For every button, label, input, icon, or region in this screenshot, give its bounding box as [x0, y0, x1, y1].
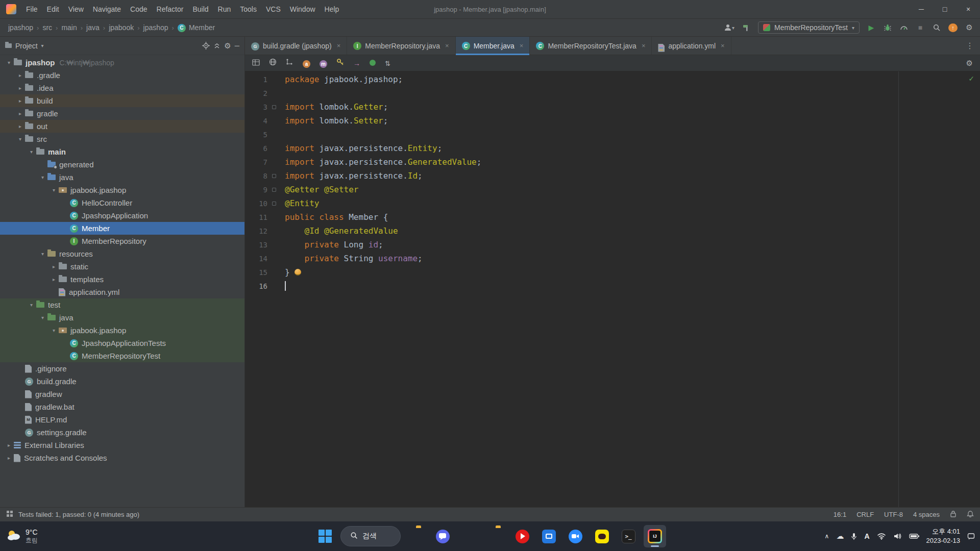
sort-icon[interactable]: ⇅ [385, 59, 390, 68]
tree-item-gradlew-bat[interactable]: gradlew.bat [0, 400, 244, 413]
collapse-all-icon[interactable] [213, 42, 220, 49]
tree-item-jpashopapplicationtests[interactable]: CJpashopApplicationTests [0, 337, 244, 349]
gutter[interactable]: 14 [245, 255, 285, 263]
tree-item-memberrepository[interactable]: IMemberRepository [0, 235, 244, 247]
menu-run[interactable]: Run [213, 3, 236, 15]
tree-item-member[interactable]: CMember [0, 222, 244, 235]
tab-application-yml[interactable]: application.yml× [652, 37, 731, 55]
tree-item-generated[interactable]: generated [0, 158, 244, 171]
tree-expand-arrow-icon[interactable]: ▸ [15, 85, 25, 91]
code-line-7[interactable]: 7import javax.persistence.GeneratedValue… [245, 155, 980, 169]
tree-expand-arrow-icon[interactable]: ▸ [15, 98, 25, 104]
tree-item-memberrepositorytest[interactable]: CMemberRepositoryTest [0, 349, 244, 362]
tree-expand-arrow-icon[interactable]: ▸ [49, 264, 59, 269]
fold-marker-icon[interactable] [272, 202, 276, 206]
menu-file[interactable]: File [21, 3, 42, 15]
breadcrumb-item-member[interactable]: CMember [176, 22, 217, 33]
debug-button[interactable] [883, 23, 892, 32]
gutter[interactable]: 8 [245, 172, 285, 180]
battery-icon[interactable] [909, 533, 919, 539]
gutter[interactable]: 16 [245, 282, 285, 290]
code-line-4[interactable]: 4import lombok.Setter; [245, 114, 980, 128]
stop-button[interactable]: ■ [916, 23, 925, 32]
gutter[interactable]: 7 [245, 158, 285, 166]
onedrive-icon[interactable]: ☁ [836, 532, 844, 541]
tree-item-hellocontroller[interactable]: CHelloController [0, 196, 244, 209]
tab-close-icon[interactable]: × [337, 42, 341, 49]
taskbar-app-explorer[interactable] [405, 525, 427, 547]
weather-widget[interactable]: 9°C 흐림 [6, 528, 38, 545]
code-line-1[interactable]: 1package jpabook.jpashop; [245, 72, 980, 86]
tree-collapse-arrow-icon[interactable]: ▾ [27, 149, 36, 155]
code-line-14[interactable]: 14 private String username; [245, 252, 980, 265]
taskbar-search[interactable]: 검색 [340, 526, 401, 546]
code-with-me-user-icon[interactable]: ▾ [724, 23, 734, 32]
tree-collapse-arrow-icon[interactable]: ▾ [38, 174, 47, 180]
gutter[interactable]: 15 [245, 268, 285, 277]
tree-collapse-arrow-icon[interactable]: ▾ [49, 328, 59, 333]
inspection-ok-icon[interactable]: ✓ [969, 73, 974, 83]
code-editor[interactable]: ✓ 1package jpabook.jpashop;23import lomb… [245, 71, 980, 507]
tree-item-jpabook-jpashop[interactable]: ▾jpabook.jpashop [0, 324, 244, 337]
tree-item-application-yml[interactable]: application.yml [0, 286, 244, 298]
gutter[interactable]: 13 [245, 241, 285, 249]
search-everywhere-icon[interactable] [932, 23, 941, 32]
close-button[interactable]: × [957, 0, 980, 18]
tree-collapse-arrow-icon[interactable]: ▾ [4, 60, 14, 65]
taskbar-app-chat[interactable] [431, 525, 454, 547]
gutter[interactable]: 1 [245, 76, 285, 84]
tree-item-gradle[interactable]: ▸.gradle [0, 69, 244, 82]
breadcrumb-item-jpabook[interactable]: jpabook [107, 22, 136, 33]
code-line-11[interactable]: 11public class Member { [245, 210, 980, 224]
code-line-2[interactable]: 2 [245, 86, 980, 100]
tree-collapse-arrow-icon[interactable]: ▾ [38, 315, 47, 320]
fold-marker-icon[interactable] [272, 105, 276, 109]
tab-build-gradle-jpashop[interactable]: Gbuild.gradle (jpashop)× [245, 37, 347, 55]
fold-marker-icon[interactable] [272, 188, 276, 192]
code-line-10[interactable]: 10@Entity [245, 196, 980, 210]
tab-memberrepositorytest-java[interactable]: CMemberRepositoryTest.java× [530, 37, 652, 55]
project-panel-title[interactable]: Project [15, 42, 38, 50]
notification-center-icon[interactable] [967, 533, 975, 540]
gutter[interactable]: 10 [245, 199, 285, 208]
tree-item-jpabook-jpashop[interactable]: ▾jpabook.jpashop [0, 184, 244, 196]
code-line-9[interactable]: 9@Getter @Setter [245, 183, 980, 196]
maximize-button[interactable]: □ [933, 0, 957, 18]
code-line-6[interactable]: 6import javax.persistence.Entity; [245, 141, 980, 155]
tree-collapse-arrow-icon[interactable]: ▾ [38, 251, 47, 257]
notifications-bell-icon[interactable] [967, 510, 974, 519]
tree-item-build[interactable]: ▸build [0, 94, 244, 107]
tree-expand-arrow-icon[interactable]: ▸ [4, 442, 14, 448]
code-line-3[interactable]: 3import lombok.Getter; [245, 100, 980, 114]
tree-item-gradlew[interactable]: gradlew [0, 388, 244, 400]
gutter[interactable]: 11 [245, 213, 285, 221]
taskbar-app-remote[interactable] [537, 525, 560, 547]
tree-item-static[interactable]: ▸static [0, 260, 244, 273]
panel-settings-gear-icon[interactable]: ⚙ [224, 41, 231, 51]
badge-m-icon[interactable]: m [320, 59, 327, 68]
editor-settings-gear-icon[interactable]: ⚙ [966, 59, 973, 68]
globe-icon[interactable] [269, 58, 277, 68]
tree-item-help-md[interactable]: MHELP.md [0, 413, 244, 426]
gutter[interactable]: 6 [245, 144, 285, 153]
tree-item-external-libraries[interactable]: ▸External Libraries [0, 439, 244, 452]
tab-bar-options-icon[interactable]: ⋮ [960, 37, 980, 55]
tree-item-jpashopapplication[interactable]: CJpashopApplication [0, 209, 244, 222]
taskbar-app-kakaotalk[interactable] [591, 525, 613, 547]
menu-edit[interactable]: Edit [42, 3, 64, 15]
tab-close-icon[interactable]: × [721, 42, 725, 49]
hide-panel-icon[interactable]: ─ [235, 42, 239, 49]
breadcrumb-item-java[interactable]: java [84, 22, 102, 33]
tree-item-scratches-and-consoles[interactable]: ▸Scratches and Consoles [0, 452, 244, 464]
tab-close-icon[interactable]: × [520, 42, 524, 49]
indent-widget[interactable]: 4 spaces [913, 511, 940, 518]
tree-item-main[interactable]: ▾main [0, 145, 244, 158]
ime-icon[interactable]: A [864, 532, 869, 540]
mic-icon[interactable] [851, 533, 857, 540]
gutter[interactable]: 3 [245, 103, 285, 111]
tree-item-gitignore[interactable]: .gitignore [0, 362, 244, 375]
menu-window[interactable]: Window [285, 3, 320, 15]
tree-expand-arrow-icon[interactable]: ▸ [4, 455, 14, 461]
code-line-16[interactable]: 16 [245, 279, 980, 293]
file-encoding-widget[interactable]: UTF-8 [884, 511, 903, 518]
